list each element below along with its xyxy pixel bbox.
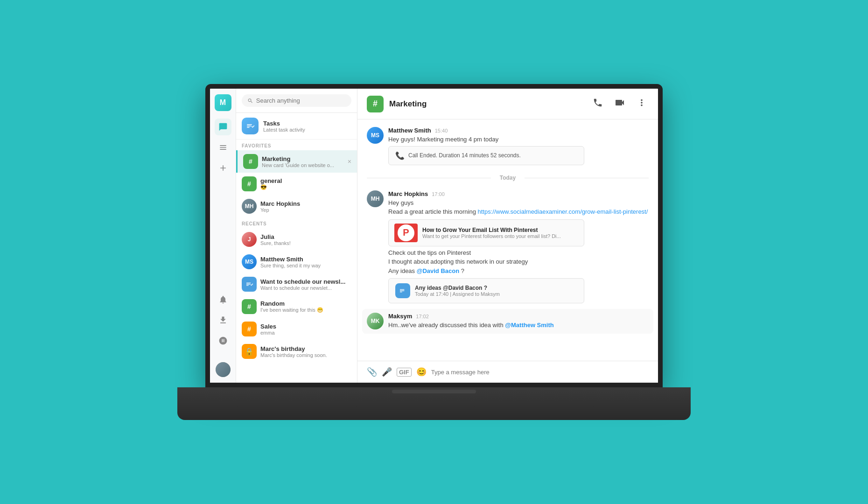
channel-preview-marc-fav: Yep [260, 207, 351, 213]
message-row-marc: MH Marc Hopkins 17:00 Hey guys Read a gr… [367, 190, 649, 304]
bottom-user-avatar[interactable] [216, 362, 231, 377]
gif-icon[interactable]: GIF [397, 368, 412, 377]
channel-info-general: general 😎 [260, 177, 351, 190]
channel-info-matthew: Matthew Smith Sure thing, send it my way [260, 256, 351, 268]
task-card-meta: Today at 17:40 | Assigned to Maksym [415, 291, 577, 297]
sidebar-item-chat[interactable] [215, 119, 231, 135]
channel-preview-marketing: New card 'Guide on website o... [262, 162, 344, 168]
task-card-icon [395, 283, 410, 298]
channel-icon-sales: # [242, 322, 257, 336]
chat-input-field[interactable] [431, 369, 649, 376]
link-preview-title: How to Grow Your Email List With Pintere… [422, 227, 578, 233]
channel-item-general[interactable]: # general 😎 [236, 173, 357, 195]
mention-david: @David Bacon [417, 267, 459, 274]
channel-close-icon[interactable]: × [348, 158, 351, 165]
message-row-matthew: MS Matthew Smith 15:40 Hey guys! Marketi… [367, 127, 649, 165]
channel-list: FAVORITES # Marketing New card 'Guide on… [236, 140, 357, 383]
msg-line-4-marc: I thought about adopting this network in… [388, 257, 649, 266]
favorites-label: FAVORITES [236, 140, 357, 150]
laptop-base [177, 387, 691, 420]
link-preview-text: How to Grow Your Email List With Pintere… [422, 227, 578, 239]
icon-bar: M [210, 89, 236, 383]
channel-info-marketing: Marketing New card 'Guide on website o..… [262, 155, 344, 168]
avatar-marc-msg: MH [367, 190, 384, 207]
channel-icon-random: # [242, 299, 257, 314]
channel-name-general: general [260, 177, 351, 184]
more-options-icon[interactable] [635, 96, 649, 112]
sidebar-item-download[interactable] [215, 312, 231, 329]
sidebar-item-soccer[interactable] [215, 332, 231, 349]
channel-preview-matthew: Sure thing, send it my way [260, 263, 351, 268]
msg-content-marc: Marc Hopkins 17:00 Hey guys Read a great… [388, 190, 649, 304]
call-ended-text: Call Ended. Duration 14 minutes 52 secon… [408, 152, 521, 159]
link-preview-desc: Want to get your Pinterest followers ont… [422, 233, 578, 239]
search-icon [247, 98, 253, 104]
chat-header-icon: # [367, 96, 384, 112]
msg-line-3-marc: Check out the tips on Pinterest [388, 248, 649, 258]
task-card-title: Any ideas @David Bacon ? [415, 285, 577, 291]
msg-time-marc: 17:00 [432, 191, 445, 197]
msg-time-matthew: 15:40 [435, 128, 448, 133]
channel-icon-newsletter [242, 277, 257, 292]
channel-name-birthday: Marc's birthday [260, 345, 351, 352]
msg-header-matthew: Matthew Smith 15:40 [388, 127, 649, 134]
sidebar-item-notifications[interactable] [215, 291, 231, 308]
channel-item-random[interactable]: # Random I've been waiting for this 😁 [236, 295, 357, 318]
search-input[interactable] [256, 97, 346, 104]
search-wrap[interactable] [242, 94, 351, 107]
attachment-icon[interactable]: 📎 [367, 367, 377, 377]
header-actions [591, 95, 649, 112]
date-divider: Today [367, 175, 649, 181]
chat-header-title: Marketing [389, 99, 585, 109]
channel-icon-general: # [242, 176, 257, 191]
channel-info-julia: Julia Sure, thanks! [260, 233, 351, 246]
avatar-maksym-msg: MK [367, 313, 384, 329]
sidebar-item-add[interactable] [215, 160, 231, 176]
chat-input-bar: 📎 🎤 GIF 😊 [357, 361, 658, 383]
msg-text-maksym-main: Hm..we've already discussed this idea wi… [388, 322, 504, 329]
channel-item-newsletter[interactable]: Want to schedule our newsl... Want to sc… [236, 273, 357, 295]
tasks-icon [242, 118, 259, 134]
chat-area: # Marketing [357, 89, 658, 383]
phone-icon[interactable] [591, 96, 605, 112]
channel-preview-julia: Sure, thanks! [260, 240, 351, 246]
chat-header: # Marketing [357, 89, 658, 119]
channel-name-newsletter: Want to schedule our newsl... [260, 278, 351, 285]
chat-messages: MS Matthew Smith 15:40 Hey guys! Marketi… [357, 119, 658, 361]
msg-text-matthew: Hey guys! Marketing meeting 4 pm today [388, 135, 649, 144]
channel-item-julia[interactable]: J Julia Sure, thanks! [236, 228, 357, 251]
microphone-icon[interactable]: 🎤 [382, 367, 392, 377]
msg-time-maksym: 17:02 [416, 314, 429, 319]
channel-name-marketing: Marketing [262, 155, 344, 162]
channel-info-newsletter: Want to schedule our newsl... Want to sc… [260, 278, 351, 291]
channel-item-matthew[interactable]: MS Matthew Smith Sure thing, send it my … [236, 251, 357, 273]
task-card: Any ideas @David Bacon ? Today at 17:40 … [388, 278, 584, 303]
channel-info-sales: Sales emma [260, 323, 351, 336]
avatar-marc-fav: MH [242, 199, 257, 214]
user-avatar[interactable]: M [215, 94, 231, 111]
channel-name-julia: Julia [260, 233, 351, 240]
channel-item-marketing[interactable]: # Marketing New card 'Guide on website o… [236, 150, 357, 173]
link-preview-thumbnail: P [394, 224, 418, 242]
channel-icon-marketing: # [243, 154, 258, 169]
task-card-text: Any ideas @David Bacon ? Today at 17:40 … [415, 285, 577, 297]
channel-item-sales[interactable]: # Sales emma [236, 318, 357, 340]
video-icon[interactable] [612, 95, 627, 112]
sidebar-item-contacts[interactable] [215, 139, 231, 156]
channel-name-matthew: Matthew Smith [260, 256, 351, 263]
avatar-julia: J [242, 232, 257, 247]
channel-item-marc-fav[interactable]: MH Marc Hopkins Yep [236, 195, 357, 217]
article-link[interactable]: https://www.socialmediaexaminer.com/grow… [477, 208, 648, 215]
avatar-matthew-sidebar: MS [242, 254, 257, 269]
channel-icon-birthday: 🔒 [242, 344, 257, 359]
msg-content-maksym: Maksym 17:02 Hm..we've already discussed… [388, 313, 649, 330]
channel-preview-random: I've been waiting for this 😁 [260, 307, 351, 313]
tasks-item[interactable]: Tasks Latest task activity [236, 113, 357, 140]
msg-content-matthew: Matthew Smith 15:40 Hey guys! Marketing … [388, 127, 649, 165]
pinterest-logo: P [398, 224, 414, 241]
tasks-title: Tasks [263, 120, 305, 127]
channel-item-birthday[interactable]: 🔒 Marc's birthday Marc's birthday coming… [236, 340, 357, 363]
msg-author-marc: Marc Hopkins [388, 190, 428, 197]
emoji-icon[interactable]: 😊 [416, 367, 427, 377]
channel-info-birthday: Marc's birthday Marc's birthday coming s… [260, 345, 351, 358]
